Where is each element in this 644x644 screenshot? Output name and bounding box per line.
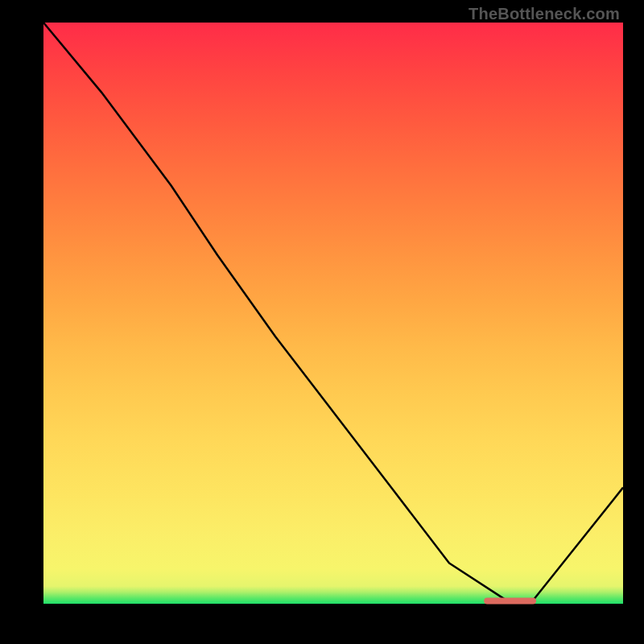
chart-svg	[0, 0, 644, 644]
bottleneck-curve	[43, 23, 623, 604]
bottleneck-curve-path	[43, 23, 623, 604]
optimal-marker-bar	[484, 597, 536, 604]
chart-frame: TheBottleneck.com	[0, 0, 644, 644]
optimal-marker	[484, 597, 536, 604]
